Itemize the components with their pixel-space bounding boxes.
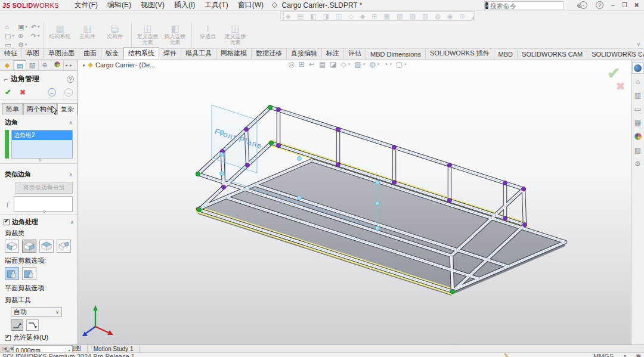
appearances-icon[interactable] — [632, 131, 644, 142]
panel-tab-featuremanager[interactable]: ◆ — [1, 60, 14, 70]
model-canvas[interactable]: Front Plane — [78, 60, 631, 344]
graphics-viewport[interactable]: ▸ ◆ Cargo Carrier- (De... ◎ ⊞ ↩ ▤ ◪ ◇▾ ▧… — [78, 60, 631, 344]
primary-member-button[interactable]: ▥ 主构件 — [74, 23, 101, 47]
ribbon-collapse-icon[interactable]: ∨ — [636, 41, 640, 47]
doc-minimize-icon[interactable]: – — [620, 51, 623, 57]
corner-list-item[interactable]: 边角组2 — [12, 131, 72, 140]
section-treatment-header[interactable]: 边角处理 ∧ — [0, 218, 78, 226]
mode-tab-complex[interactable]: 复杂 — [57, 103, 78, 115]
panel-tab-dimxpertmanager[interactable]: ⊕ — [39, 60, 51, 70]
tab-direct-editing[interactable]: 直接编辑 — [287, 48, 322, 59]
collapse-icon[interactable]: ∧ — [70, 219, 74, 225]
group-similar-corners-button[interactable]: 将类似边角分组 — [16, 182, 73, 194]
next-corner-icon[interactable]: → — [64, 88, 73, 97]
tab-weldments[interactable]: 焊件 — [159, 48, 181, 59]
floating-toolbar-icons[interactable]: ◈ ▤ ◧ ◨ ◫ ◇ ◆ ⊞ ▦ ▧ ▨ ▥ ◍ ◉ ⊙ ◭ ◮ ◬ — [286, 13, 475, 20]
tab-motion-study-1[interactable]: Motion Study 1 — [88, 345, 140, 352]
trim-tool-dropdown[interactable]: 自动 ∨ — [11, 307, 62, 317]
tab-features[interactable]: 特征 — [0, 48, 22, 59]
collapse-icon[interactable]: ∧ — [69, 120, 73, 126]
tab-solidworks-cam[interactable]: SOLIDWORKS CAM — [518, 49, 587, 59]
status-pencil-icon[interactable]: ✎ — [504, 352, 509, 357]
units-indicator[interactable]: MMGS — [593, 353, 614, 357]
menu-tools[interactable]: 工具(T) — [200, 0, 233, 10]
insert-connection-button[interactable]: ◧ 插入连接元素 — [162, 23, 189, 47]
panel-tab-propertymanager[interactable]: ▤ — [14, 60, 26, 70]
doc-window-icon-2[interactable]: ▫ — [613, 51, 615, 57]
tab-structure-system[interactable]: 结构系统 — [123, 47, 159, 59]
section-corner-header[interactable]: 边角 ∧ — [0, 115, 78, 129]
trim-type-4-button[interactable] — [57, 240, 71, 253]
pin-menu-icon[interactable] — [271, 2, 277, 8]
similar-corner-input[interactable] — [14, 196, 73, 212]
trim-direction-2-button[interactable] — [26, 319, 39, 331]
attach-icon[interactable]: ⊕ — [18, 32, 27, 40]
doc-window-icon-1[interactable]: ▫ — [606, 51, 608, 57]
help-icon[interactable]: ? — [596, 1, 603, 9]
tab-surfaces[interactable]: 曲面 — [79, 48, 101, 59]
trim-type-1-button[interactable] — [5, 240, 19, 253]
tab-sketch-ink[interactable]: 草图油墨 — [44, 48, 79, 59]
allow-extend-checkbox[interactable] — [5, 335, 11, 341]
trim-type-2-button[interactable] — [22, 240, 36, 253]
collapse-icon[interactable]: ∧ — [69, 172, 73, 178]
view-palette-icon[interactable]: ▦ — [632, 117, 644, 129]
doc-close-icon[interactable]: ✖ — [637, 51, 642, 57]
trim-direction-1-button[interactable] — [11, 319, 23, 331]
custom-properties-icon[interactable]: ▧ — [632, 144, 644, 156]
tab-solidworks-addins[interactable]: SOLIDWORKS 插件 — [426, 48, 494, 59]
panel-tab-scroll-left-icon[interactable]: ◂ — [64, 63, 69, 68]
undo-icon[interactable]: ↶▾ — [31, 23, 40, 31]
user-account-icon[interactable]: ◦ — [580, 1, 587, 9]
save-icon[interactable]: ▣▾ — [18, 23, 27, 31]
cam-settings-icon[interactable]: ⚙ — [632, 158, 644, 170]
panel-tab-scroll-right-icon[interactable]: ▸ — [69, 63, 73, 68]
pierce-point-button[interactable]: I 穿透点 — [194, 23, 222, 47]
resources-home-icon[interactable]: ⌂ — [632, 76, 644, 88]
tab-sketch[interactable]: 草图 — [22, 48, 44, 59]
listbox-resize-handle[interactable] — [39, 159, 41, 162]
menu-window[interactable]: 窗口(W) — [233, 0, 268, 10]
close-button[interactable]: ✖ — [631, 2, 643, 8]
tab-sheet-metal[interactable]: 钣金 — [101, 48, 123, 59]
panel-help-icon[interactable]: ? — [67, 76, 74, 83]
tab-mbd-dimensions[interactable]: MBD Dimensions — [366, 49, 426, 59]
corner-list[interactable]: 边角组2 — [11, 130, 73, 159]
accept-icon[interactable]: ✔ — [5, 88, 11, 97]
secondary-member-button[interactable]: ▤ 次构件 — [101, 23, 129, 47]
doc-restore-icon[interactable]: ❐ — [627, 51, 632, 57]
floating-toolbar[interactable]: ◈ ▤ ◧ ◨ ◫ ◇ ◆ ⊞ ▦ ▧ ▨ ▥ ◍ ◉ ⊙ ◭ ◮ ◬ — [280, 11, 475, 21]
section-similar-header[interactable]: 类似边角 ∧ — [0, 167, 78, 181]
redo-icon[interactable]: ↷▾ — [31, 32, 40, 40]
search-input[interactable] — [488, 2, 577, 10]
panel-tab-configurationmanager[interactable]: ▧ — [26, 60, 39, 70]
trim-type-3-button[interactable] — [39, 240, 54, 253]
3dexperience-icon[interactable] — [632, 62, 644, 74]
previous-corner-icon[interactable]: ← — [48, 88, 56, 97]
tab-mold-tools[interactable]: 模具工具 — [181, 48, 216, 59]
restore-button[interactable]: ❐ — [618, 2, 631, 8]
minimize-button[interactable]: – — [608, 2, 618, 8]
end-trim-2-button[interactable] — [22, 267, 36, 280]
mode-tab-simple[interactable]: 简单 — [2, 103, 23, 115]
define-connection-button[interactable]: ◫ 定义连接元素 — [134, 23, 162, 47]
tab-data-migration[interactable]: 数据迁移 — [252, 48, 287, 59]
menu-file[interactable]: 文件(F) — [70, 0, 103, 10]
tab-markup[interactable]: 标注 — [322, 48, 344, 59]
command-search[interactable]: > ▾ — [484, 1, 564, 10]
tab-mbd[interactable]: MBD — [494, 49, 518, 59]
panel-tab-displaymanager[interactable] — [51, 60, 64, 70]
cancel-icon[interactable]: ✖ — [20, 88, 26, 97]
front-plane[interactable]: Front Plane — [212, 105, 264, 173]
units-caret-icon[interactable]: ▾ — [624, 353, 626, 357]
menu-edit[interactable]: 编辑(E) — [103, 0, 136, 10]
home-icon[interactable]: ⌂ — [5, 23, 14, 30]
design-library-icon[interactable]: ▥ — [632, 89, 644, 101]
inputbox-resize-handle[interactable] — [43, 210, 45, 213]
treatment-checkbox[interactable] — [4, 219, 10, 225]
toolbar-drag-handle[interactable] — [283, 13, 284, 20]
structure-system-button[interactable]: ▦ 结构系统 — [47, 23, 74, 47]
define-connection-button-2[interactable]: ◫ 定义连接元素 — [222, 23, 249, 47]
menu-insert[interactable]: 插入(I) — [169, 0, 200, 10]
file-explorer-icon[interactable]: ▭ — [632, 103, 644, 115]
